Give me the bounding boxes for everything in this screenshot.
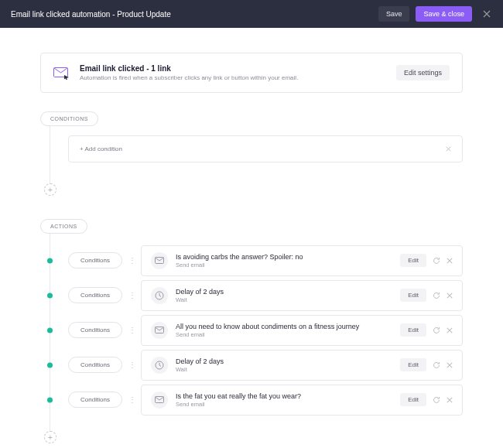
edit-action-button[interactable]: Edit bbox=[400, 254, 426, 267]
conditions-button[interactable]: Conditions bbox=[68, 322, 122, 338]
action-row: Conditions⋮Delay of 2 daysWaitEdit bbox=[40, 278, 463, 313]
conditions-label: CONDITIONS bbox=[40, 111, 98, 126]
status-dot bbox=[47, 397, 53, 402]
action-subtitle: Send email bbox=[176, 331, 392, 338]
delete-icon[interactable] bbox=[447, 397, 453, 403]
status-dot bbox=[47, 258, 53, 263]
status-dot bbox=[47, 362, 53, 368]
delete-icon[interactable] bbox=[447, 258, 453, 264]
refresh-icon[interactable] bbox=[433, 257, 440, 265]
trigger-card: Email link clicked - 1 link Automation i… bbox=[40, 53, 463, 93]
drag-handle-icon[interactable]: ⋮ bbox=[128, 291, 135, 299]
drag-handle-icon[interactable]: ⋮ bbox=[128, 395, 135, 404]
status-dot bbox=[47, 327, 53, 333]
drag-handle-icon[interactable]: ⋮ bbox=[128, 256, 135, 265]
trigger-subtitle: Automation is fired when a subscriber cl… bbox=[80, 74, 385, 81]
drag-handle-icon[interactable]: ⋮ bbox=[128, 326, 135, 334]
action-title: Is the fat you eat really the fat you we… bbox=[176, 392, 392, 400]
drag-handle-icon[interactable]: ⋮ bbox=[128, 361, 135, 369]
clock-icon bbox=[151, 357, 168, 374]
refresh-icon[interactable] bbox=[433, 361, 440, 369]
add-step-button[interactable]: + bbox=[44, 183, 56, 196]
close-icon[interactable] bbox=[481, 9, 492, 19]
header-actions: Save Save & close bbox=[378, 6, 492, 22]
refresh-icon[interactable] bbox=[433, 292, 440, 299]
action-card: Delay of 2 daysWaitEdit bbox=[141, 350, 463, 381]
add-condition-label: + Add condition bbox=[80, 145, 122, 152]
edit-action-button[interactable]: Edit bbox=[400, 289, 426, 302]
delete-icon[interactable] bbox=[447, 362, 453, 368]
remove-condition-icon[interactable] bbox=[446, 146, 451, 152]
edit-action-button[interactable]: Edit bbox=[400, 393, 426, 406]
conditions-block: CONDITIONS + Add condition + bbox=[40, 111, 463, 196]
action-row: Conditions⋮All you need to know about co… bbox=[40, 313, 463, 347]
action-title: All you need to know about condiments on… bbox=[176, 323, 392, 330]
action-title: Delay of 2 days bbox=[176, 288, 392, 296]
action-subtitle: Wait bbox=[176, 366, 392, 373]
add-action-button[interactable]: + bbox=[44, 431, 56, 443]
conditions-button[interactable]: Conditions bbox=[68, 357, 122, 373]
mail-click-icon bbox=[53, 67, 69, 79]
delete-icon[interactable] bbox=[447, 327, 453, 333]
conditions-button[interactable]: Conditions bbox=[68, 392, 122, 408]
actions-block: ACTIONS Conditions⋮Is avoiding carbs the… bbox=[40, 219, 463, 443]
edit-action-button[interactable]: Edit bbox=[400, 323, 426, 337]
status-dot bbox=[47, 292, 53, 298]
page-title: Email link clicked automation - Product … bbox=[11, 10, 171, 19]
action-card: Is the fat you eat really the fat you we… bbox=[141, 385, 463, 416]
action-title: Is avoiding carbs the answer? Spoiler: n… bbox=[176, 253, 392, 261]
action-subtitle: Wait bbox=[176, 296, 392, 303]
refresh-icon[interactable] bbox=[433, 396, 440, 404]
refresh-icon[interactable] bbox=[433, 327, 440, 334]
action-subtitle: Send email bbox=[176, 262, 392, 268]
action-row: Conditions⋮Is the fat you eat really the… bbox=[40, 382, 463, 417]
action-title: Delay of 2 days bbox=[176, 357, 392, 365]
action-card: Is avoiding carbs the answer? Spoiler: n… bbox=[141, 245, 463, 276]
clock-icon bbox=[151, 287, 168, 304]
edit-trigger-button[interactable]: Edit settings bbox=[396, 65, 450, 80]
conditions-button[interactable]: Conditions bbox=[68, 287, 122, 303]
action-card: All you need to know about condiments on… bbox=[141, 315, 463, 346]
conditions-button[interactable]: Conditions bbox=[68, 252, 122, 268]
save-close-button[interactable]: Save & close bbox=[416, 6, 472, 22]
save-button[interactable]: Save bbox=[378, 6, 410, 22]
action-row: Conditions⋮Is avoiding carbs the answer?… bbox=[40, 243, 463, 278]
edit-action-button[interactable]: Edit bbox=[400, 358, 426, 371]
action-subtitle: Send email bbox=[176, 401, 392, 408]
trigger-title: Email link clicked - 1 link bbox=[80, 64, 385, 73]
action-card: Delay of 2 daysWaitEdit bbox=[141, 280, 463, 311]
delete-icon[interactable] bbox=[447, 292, 453, 299]
actions-label: ACTIONS bbox=[40, 219, 87, 234]
header: Email link clicked automation - Product … bbox=[0, 0, 503, 28]
mail-icon bbox=[151, 252, 168, 269]
mail-icon bbox=[151, 392, 168, 409]
add-condition-card[interactable]: + Add condition bbox=[68, 135, 463, 162]
action-row: Conditions⋮Delay of 2 daysWaitEdit bbox=[40, 347, 463, 382]
mail-icon bbox=[151, 322, 168, 339]
